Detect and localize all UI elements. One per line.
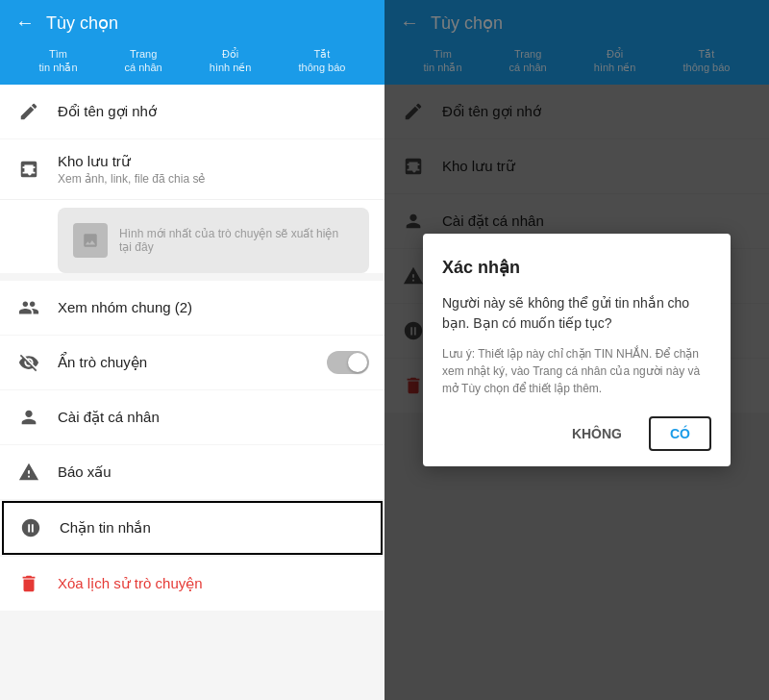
left-menu-list: Đổi tên gợi nhớ Kho lưu trữ Xem ảnh, lin… [0,85,384,700]
left-menu-report[interactable]: Báo xấu [0,445,384,499]
left-menu-block[interactable]: Chặn tin nhắn [2,501,383,555]
left-panel: ← Tùy chọn Tìm tin nhắn Trang cá nhân Đổ… [0,0,384,700]
storage-image-placeholder [73,223,108,258]
pencil-icon [15,98,42,125]
left-header-title: Tùy chọn [46,12,118,34]
dialog-overlay: Xác nhận Người này sẽ không thể gửi tin … [384,0,769,700]
left-back-button[interactable]: ← [15,12,35,34]
dialog-confirm-button[interactable]: CÓ [649,416,711,451]
left-tab-profile[interactable]: Trang cá nhân [121,45,166,77]
dialog-cancel-button[interactable]: KHÔNG [553,416,641,451]
trash-icon [15,570,42,597]
dialog-message: Người này sẽ không thể gửi tin nhắn cho … [442,293,711,334]
left-block-label: Chặn tin nhắn [60,519,367,537]
left-menu-groups[interactable]: Xem nhóm chung (2) [0,281,384,335]
confirm-dialog: Xác nhận Người này sẽ không thể gửi tin … [423,234,731,466]
left-tab-notifications[interactable]: Tắt thông báo [295,45,350,77]
left-header: ← Tùy chọn Tìm tin nhắn Trang cá nhân Đổ… [0,0,384,85]
people-icon [15,294,42,321]
left-rename-label: Đổi tên gợi nhớ [58,103,369,120]
block-icon [17,514,44,541]
left-menu-hide[interactable]: Ẩn trò chuyện [0,336,384,389]
right-panel: ← Tùy chọn Tìm tin nhắn Trang cá nhân Đổ… [384,0,769,700]
left-header-tabs: Tìm tin nhắn Trang cá nhân Đổi hình nền … [15,41,369,77]
person-gear-icon [15,404,42,431]
dialog-title: Xác nhận [442,257,711,278]
left-tab-wallpaper[interactable]: Đổi hình nền [206,45,256,77]
left-tab-search[interactable]: Tìm tin nhắn [36,45,82,77]
left-menu-delete[interactable]: Xóa lịch sử trò chuyện [0,557,384,611]
dialog-buttons: KHÔNG CÓ [442,416,711,451]
left-menu-storage[interactable]: Kho lưu trữ Xem ảnh, link, file đã chia … [0,139,384,200]
eye-slash-icon [15,349,42,376]
left-menu-rename[interactable]: Đổi tên gợi nhớ [0,85,384,138]
storage-preview-text: Hình mới nhất của trò chuyện sẽ xuất hiệ… [119,227,354,254]
left-delete-label: Xóa lịch sử trò chuyện [58,575,369,592]
left-personal-label: Cài đặt cá nhân [58,409,369,426]
left-report-label: Báo xấu [58,463,369,481]
left-menu-personal[interactable]: Cài đặt cá nhân [0,390,384,444]
left-storage-label: Kho lưu trữ [58,153,369,170]
left-groups-label: Xem nhóm chung (2) [58,299,369,315]
inbox-icon [15,156,42,183]
left-storage-preview[interactable]: Hình mới nhất của trò chuyện sẽ xuất hiệ… [58,208,369,273]
left-storage-sublabel: Xem ảnh, link, file đã chia sẻ [58,172,369,186]
left-hide-label: Ẩn trò chuyện [58,354,327,371]
hide-toggle[interactable] [327,351,369,374]
dialog-note: Lưu ý: Thiết lập này chỉ chặn TIN NHẮN. … [442,345,711,397]
warning-icon [15,459,42,486]
